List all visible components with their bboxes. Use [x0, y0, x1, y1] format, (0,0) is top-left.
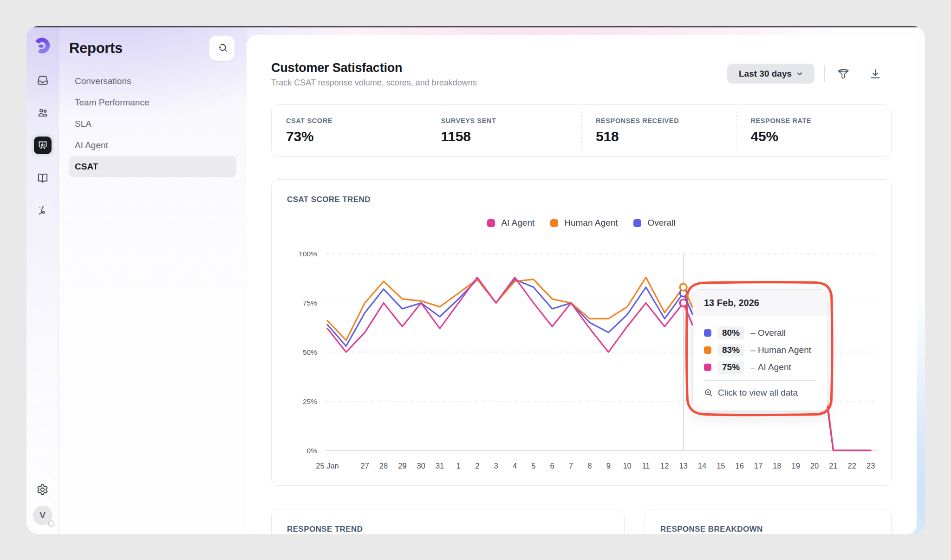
sidebar-item-reports-active[interactable]	[32, 134, 54, 156]
download-button[interactable]	[869, 67, 882, 80]
tooltip-swatch-human	[704, 346, 711, 354]
response-breakdown-card: RESPONSE BREAKDOWN	[645, 509, 892, 534]
tooltip-value: 83%	[717, 344, 744, 357]
search-button[interactable]	[209, 35, 235, 61]
tooltip-value: 80%	[717, 326, 744, 339]
zoom-in-icon	[704, 388, 713, 397]
page-subtitle: Track CSAT response volume, scores, and …	[271, 78, 477, 88]
reports-sidebar: Reports Conversations Team Performance S…	[59, 26, 247, 534]
svg-text:3: 3	[494, 462, 498, 470]
tooltip-row-ai-agent: 75% – AI Agent	[704, 358, 816, 376]
report-item-team-performance[interactable]: Team Performance	[69, 92, 236, 113]
filter-funnel-icon	[838, 68, 850, 80]
tooltip-series-name: – Human Agent	[750, 345, 811, 355]
card-title: RESPONSE BREAKDOWN	[660, 525, 763, 534]
tooltip-row-human-agent: 83% – Human Agent	[704, 341, 816, 358]
kpi-surveys-sent: SURVEYS SENT 1158	[427, 105, 582, 156]
inbox-icon	[38, 76, 47, 84]
bottom-cards-row: RESPONSE TREND RESPONSE BREAKDOWN	[271, 509, 892, 534]
report-item-csat[interactable]: CSAT	[69, 156, 236, 177]
svg-text:2: 2	[475, 462, 479, 470]
svg-text:10: 10	[623, 462, 631, 470]
kpi-label: RESPONSES RECEIVED	[596, 117, 736, 124]
toolbar-divider	[824, 65, 825, 82]
gear-icon	[36, 483, 49, 496]
kpi-label: RESPONSE RATE	[751, 117, 892, 124]
svg-text:22: 22	[848, 462, 856, 470]
tooltip-series-name: – AI Agent	[750, 362, 791, 372]
report-item-conversations[interactable]: Conversations	[69, 71, 236, 92]
settings-button[interactable]	[36, 483, 49, 496]
svg-text:12: 12	[660, 462, 669, 470]
svg-text:27: 27	[361, 462, 369, 470]
card-title: RESPONSE TREND	[287, 525, 363, 534]
tooltip-swatch-ai	[704, 364, 711, 371]
date-range-label: Last 30 days	[739, 69, 792, 79]
csat-trend-card: CSAT SCORE TREND AI Agent Human Agent Ov…	[271, 179, 892, 486]
report-item-ai-agent[interactable]: AI Agent	[69, 135, 236, 156]
user-avatar[interactable]: V	[33, 506, 52, 525]
svg-text:14: 14	[698, 462, 706, 470]
sidebar-item-inbox[interactable]	[37, 74, 49, 86]
svg-text:9: 9	[606, 462, 611, 470]
tooltip-row-overall: 80% – Overall	[704, 324, 816, 341]
kpi-value: 518	[596, 129, 736, 144]
icon-rail: V	[26, 26, 59, 534]
svg-text:17: 17	[754, 462, 762, 470]
svg-text:7: 7	[569, 462, 573, 470]
svg-text:100%: 100%	[299, 250, 317, 258]
toolbar: Last 30 days	[727, 64, 882, 84]
svg-text:1: 1	[456, 462, 461, 470]
date-range-button[interactable]: Last 30 days	[727, 64, 814, 84]
kpi-response-rate: RESPONSE RATE 45%	[736, 105, 892, 156]
script-squiggle-icon	[37, 204, 49, 216]
sidebar-title: Reports	[69, 40, 123, 57]
ai-search-icon	[216, 42, 228, 54]
download-icon	[869, 68, 881, 80]
status-dot	[48, 521, 54, 527]
svg-text:11: 11	[642, 462, 650, 470]
report-item-sla[interactable]: SLA	[69, 113, 236, 135]
svg-text:30: 30	[417, 462, 425, 470]
svg-text:28: 28	[379, 462, 388, 470]
main-panel: Customer Satisfaction Track CSAT respons…	[247, 35, 917, 534]
svg-text:8: 8	[587, 462, 592, 470]
brand-logo-icon[interactable]	[33, 38, 51, 55]
tooltip-divider	[704, 380, 816, 381]
book-open-icon	[37, 172, 49, 184]
tooltip-date: 13 Feb, 2026	[693, 290, 827, 316]
response-trend-card: RESPONSE TREND	[271, 509, 625, 534]
kpi-summary-card: CSAT SCORE 73% SURVEYS SENT 1158 RESPONS…	[271, 104, 892, 157]
kpi-csat-score: CSAT SCORE 73%	[272, 105, 427, 156]
svg-text:19: 19	[792, 462, 800, 470]
kpi-label: CSAT SCORE	[286, 117, 427, 124]
kpi-value: 45%	[751, 129, 892, 144]
sidebar-item-knowledge-base[interactable]	[37, 172, 49, 184]
svg-text:25 Jan: 25 Jan	[316, 462, 339, 470]
sidebar-item-team[interactable]	[37, 107, 49, 119]
svg-text:29: 29	[398, 462, 406, 470]
svg-text:31: 31	[436, 462, 444, 470]
kpi-value: 73%	[286, 129, 427, 144]
svg-text:75%: 75%	[303, 299, 317, 307]
svg-text:21: 21	[829, 462, 837, 470]
svg-text:4: 4	[513, 462, 517, 470]
svg-text:0%: 0%	[307, 447, 318, 455]
reports-list: Conversations Team Performance SLA AI Ag…	[69, 71, 236, 177]
sidebar-item-workflows[interactable]	[37, 204, 49, 216]
presentation-chart-icon	[37, 140, 48, 151]
svg-text:25%: 25%	[303, 397, 317, 405]
window-top-edge	[26, 26, 925, 27]
svg-text:23: 23	[866, 462, 875, 470]
tooltip-view-all-link[interactable]: Click to view all data	[704, 388, 816, 398]
tooltip-value: 75%	[717, 361, 744, 374]
filter-button[interactable]	[838, 67, 850, 80]
svg-text:20: 20	[810, 462, 819, 470]
chevron-down-icon	[796, 71, 803, 77]
kpi-value: 1158	[441, 129, 582, 144]
svg-text:5: 5	[531, 462, 535, 470]
svg-text:18: 18	[773, 462, 781, 470]
tooltip-footer-text: Click to view all data	[718, 388, 798, 398]
users-icon	[37, 107, 49, 119]
page-title: Customer Satisfaction	[271, 61, 402, 75]
